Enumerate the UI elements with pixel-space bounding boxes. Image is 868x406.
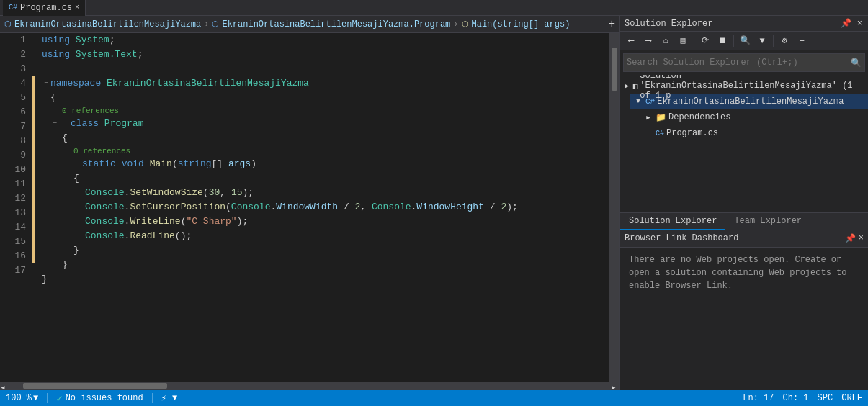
se-sep-3 <box>773 35 774 47</box>
status-filter-icon[interactable]: ⚡ <box>161 393 166 404</box>
se-btn-home[interactable]: ⌂ <box>658 33 674 49</box>
se-btn-filter[interactable]: 🔍 <box>737 33 753 49</box>
scrollbar-thumb[interactable] <box>612 48 617 91</box>
bl-close-icon[interactable]: × <box>859 233 864 243</box>
title-bar: C# Program.cs × <box>0 0 868 16</box>
nav-add-button[interactable]: + <box>608 19 615 30</box>
tree-solution[interactable]: ▶ ◧ Solution 'EkraninOrtasinaBelirtilenM… <box>620 78 868 94</box>
nav-icon1: ⬡ <box>4 19 12 29</box>
se-btn-collapse[interactable]: ▼ <box>754 33 770 49</box>
cls-program: Program <box>104 117 144 131</box>
code-line-3 <box>42 62 607 76</box>
program-cs-label: Program.cs <box>666 128 718 138</box>
se-btn-refresh[interactable]: ⟳ <box>697 33 713 49</box>
deps-label: Dependencies <box>668 112 730 122</box>
program-cs-tab[interactable]: C# Program.cs × <box>3 0 86 16</box>
code-line-8: − static void Main(string[] args) <box>42 157 607 171</box>
se-btn-minus[interactable]: − <box>794 33 810 49</box>
line-num-5: 5 <box>0 91 26 105</box>
brace-open-main: { <box>73 171 79 186</box>
panel-tabs: Solution Explorer Team Explorer <box>620 212 868 230</box>
se-btn-back[interactable]: ⟵ <box>623 33 639 49</box>
tree-dependencies[interactable]: ▶ 📁 Dependencies <box>640 109 868 125</box>
collapse-btn-6[interactable]: − <box>50 117 59 131</box>
console-10: Console <box>85 186 125 200</box>
editor-hscroll[interactable]: ◂ ▸ <box>0 382 619 390</box>
code-line-5: { <box>42 91 607 105</box>
se-sep-2 <box>733 35 734 47</box>
nav-item-2[interactable]: EkraninOrtasinaBelirtilenMesajiYazma.Pro… <box>222 19 450 30</box>
gutter-16 <box>32 249 35 263</box>
kw-class: class <box>71 117 99 131</box>
kw-void: void <box>122 157 144 171</box>
line-num-15: 15 <box>0 235 26 249</box>
gutter-13 <box>32 206 35 220</box>
project-label: EkraninOrtasinaBelirtilenMesajiYazma <box>657 96 844 107</box>
ns-systemtext: System.Text <box>76 48 138 62</box>
gutter-10 <box>32 163 35 177</box>
tab-close-button[interactable]: × <box>75 4 79 12</box>
tab-team-explorer[interactable]: Team Explorer <box>725 213 810 230</box>
fn-main: Main <box>150 157 172 171</box>
close-panel-button[interactable]: × <box>856 18 864 30</box>
status-spc[interactable]: SPC <box>818 393 833 403</box>
se-sep-1 <box>694 35 694 47</box>
tree-project[interactable]: ▼ C# EkraninOrtasinaBelirtilenMesajiYazm… <box>630 94 868 109</box>
pin-button[interactable]: 📌 <box>839 17 853 30</box>
se-btn-props[interactable]: ▤ <box>675 33 691 49</box>
line-num-12: 12 <box>0 191 26 206</box>
se-btn-stop[interactable]: ⏹ <box>715 33 730 49</box>
ref-text-2: 0 references <box>73 144 130 158</box>
main-layout: ⬡ EkraninOrtasinaBelirtilenMesajiYazma ›… <box>0 16 868 390</box>
browser-link-title: Browser Link Dashboard <box>625 233 738 243</box>
bl-pin-icon[interactable]: 📌 <box>845 233 856 244</box>
tree-expand-deps[interactable]: ▶ <box>643 114 653 122</box>
zoom-control[interactable]: 100 % ▼ <box>6 393 38 403</box>
se-search-box[interactable]: 🔍 <box>623 53 865 72</box>
nav-item-3[interactable]: Main(string[] args) <box>472 19 571 30</box>
ref-line-b: 0 references <box>42 145 607 157</box>
editor-scrollbar[interactable] <box>609 33 619 382</box>
check-icon: ✓ <box>56 392 62 405</box>
nav-sep-2: › <box>453 19 458 30</box>
se-btn-forward[interactable]: ⟶ <box>640 33 656 49</box>
tab-solution-explorer[interactable]: Solution Explorer <box>620 213 725 230</box>
console-13: Console <box>85 229 125 243</box>
hscroll-left[interactable]: ◂ <box>0 382 9 390</box>
line-num-4: 4 <box>0 76 26 91</box>
nav-item-1[interactable]: EkraninOrtasinaBelirtilenMesajiYazma <box>14 19 201 30</box>
fn-readline: ReadLine <box>130 229 174 243</box>
se-title: Solution Explorer <box>625 19 836 29</box>
se-btn-settings[interactable]: ⚙ <box>777 33 792 49</box>
code-line-13: Console.ReadLine(); <box>42 229 607 243</box>
gutter-9 <box>32 148 35 163</box>
issues-indicator[interactable]: ✓ No issues found <box>56 392 143 405</box>
console-11c: Console <box>372 200 411 215</box>
hscroll-right[interactable]: ▸ <box>611 382 619 390</box>
code-line-4: − namespace EkraninOrtasinaBelirtilenMes… <box>42 76 607 91</box>
solution-explorer-titlebar: Solution Explorer 📌 × <box>620 16 868 32</box>
tree-expand-project[interactable]: ▼ <box>633 98 643 105</box>
collapse-btn-8[interactable]: − <box>62 157 71 171</box>
tree-program-cs[interactable]: ▶ C# Program.cs <box>640 125 868 141</box>
fn-writeline: WriteLine <box>130 215 180 229</box>
status-crlf[interactable]: CRLF <box>841 393 862 403</box>
ref-text-1: 0 references <box>62 104 119 118</box>
hscroll-thumb[interactable] <box>23 383 167 389</box>
line-num-2: 2 <box>0 48 26 62</box>
collapse-btn-4[interactable]: − <box>42 76 50 91</box>
tree-expand-solution[interactable]: ▶ <box>623 82 631 90</box>
brace-open-ns: { <box>50 91 56 105</box>
status-arrow-icon[interactable]: ▼ <box>172 393 177 403</box>
prop-windowheight: WindowHeight <box>416 200 484 215</box>
panel-icon-group: 📌 × <box>839 17 864 30</box>
se-search-icon: 🔍 <box>851 58 862 68</box>
line-num-14: 14 <box>0 220 26 235</box>
code-line-15: } <box>42 258 607 272</box>
code-line-17 <box>42 287 607 301</box>
se-search-input[interactable] <box>627 58 851 68</box>
code-editor: 1 2 3 4 5 6 7 8 9 10 11 12 13 14 15 16 1… <box>0 33 619 382</box>
gutter-3 <box>32 62 39 76</box>
gutter-1 <box>32 33 39 48</box>
code-content[interactable]: using System; using System.Text; − names… <box>39 33 609 382</box>
